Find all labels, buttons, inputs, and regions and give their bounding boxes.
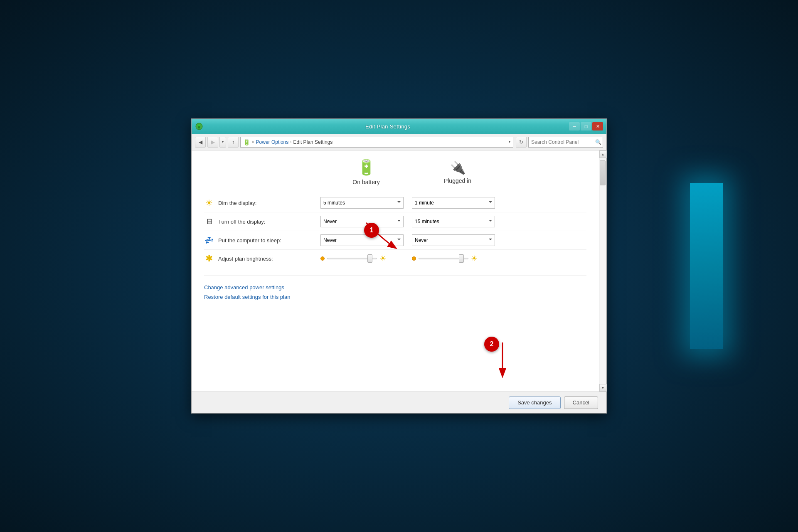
forward-button[interactable]: ▶ — [207, 137, 218, 148]
scroll-up-button[interactable]: ▲ — [599, 150, 607, 158]
annotation-2: 2 — [484, 337, 499, 352]
sleep-plugged-dropdown[interactable]: Never 15 minutes 30 minutes 1 hour — [412, 234, 495, 246]
brightness-battery-slider[interactable] — [327, 258, 377, 259]
battery-label: On battery — [352, 179, 379, 185]
sleep-label: 💤 Put the computer to sleep: — [204, 236, 320, 245]
battery-column-header: 🔋 On battery — [320, 159, 412, 185]
turnoff-plugged-dropdown[interactable]: 15 minutes Never 5 minutes 10 minutes — [412, 216, 495, 227]
sleep-text: Put the computer to sleep: — [218, 237, 281, 244]
links-section: Change advanced power settings Restore d… — [204, 276, 586, 312]
refresh-button[interactable]: ↻ — [516, 137, 527, 148]
content-area: 🔋 On battery 🔌 Plugged in ☀ Dim the disp… — [192, 150, 606, 392]
main-content: 🔋 On battery 🔌 Plugged in ☀ Dim the disp… — [192, 150, 599, 392]
brightness-battery-dot — [320, 256, 325, 261]
plugged-label: Plugged in — [444, 177, 471, 184]
breadcrumb-double-arrow: « — [252, 140, 254, 144]
scrollbar: ▲ ▼ — [599, 150, 606, 392]
breadcrumb-arrow: › — [290, 140, 291, 144]
turnoff-display-row: 🖥 Turn off the display: Never 1 minute 5… — [204, 212, 586, 231]
main-window: Edit Plan Settings ─ □ ✕ ◀ ▶ ▾ ↑ 🔋 « Pow… — [191, 118, 607, 414]
up-button[interactable]: ↑ — [228, 137, 239, 148]
restore-defaults-link[interactable]: Restore default settings for this plan — [204, 294, 586, 300]
dim-plugged-dropdown[interactable]: 1 minute 5 minutes Never — [412, 197, 495, 209]
sleep-plugged-dropdown-wrapper: Never 15 minutes 30 minutes 1 hour — [412, 234, 503, 246]
window-icon — [195, 122, 203, 131]
maximize-button[interactable]: □ — [581, 122, 591, 131]
breadcrumb-current: Edit Plan Settings — [293, 139, 333, 145]
brightness-battery-thumb[interactable] — [367, 254, 372, 263]
turnoff-display-text: Turn off the display: — [218, 219, 265, 225]
brightness-plugged-high-icon: ☀ — [471, 254, 478, 263]
brightness-battery-slider-container: ☀ — [320, 254, 412, 263]
cancel-button[interactable]: Cancel — [564, 397, 598, 409]
sleep-battery-dropdown[interactable]: Never 1 minute 15 minutes 30 minutes — [320, 234, 404, 246]
footer-bar: Save changes Cancel — [192, 392, 606, 413]
dim-display-row: ☀ Dim the display: 5 minutes 1 minute 2 … — [204, 194, 586, 212]
svg-rect-1 — [198, 126, 200, 128]
column-headers: 🔋 On battery 🔌 Plugged in — [204, 159, 586, 185]
scroll-track[interactable] — [599, 158, 606, 384]
turnoff-plugged-dropdown-wrapper: 15 minutes Never 5 minutes 10 minutes — [412, 216, 503, 227]
breadcrumb-poweropt[interactable]: Power Options — [256, 139, 289, 145]
brightness-battery-high-icon: ☀ — [379, 254, 386, 263]
plugged-icon: 🔌 — [450, 160, 466, 175]
scroll-thumb[interactable] — [600, 160, 606, 185]
window-controls: ─ □ ✕ — [569, 122, 603, 131]
monitor-icon: 🖥 — [204, 217, 214, 226]
scroll-down-button[interactable]: ▼ — [599, 384, 607, 392]
annotation-1: 1 — [364, 223, 379, 238]
address-bar: ◀ ▶ ▾ ↑ 🔋 « Power Options › Edit Plan Se… — [192, 134, 606, 150]
plugged-column-header: 🔌 Plugged in — [412, 160, 503, 184]
sleep-row: 💤 Put the computer to sleep: Never 1 min… — [204, 231, 586, 250]
battery-icon: 🔋 — [357, 159, 376, 176]
back-button[interactable]: ◀ — [195, 137, 206, 148]
brightness-row: ✱ Adjust plan brightness: ☀ — [204, 250, 586, 267]
window-title: Edit Plan Settings — [207, 123, 569, 130]
nav-dropdown[interactable]: ▾ — [219, 137, 226, 148]
breadcrumb: 🔋 « Power Options › Edit Plan Settings ▾ — [240, 137, 513, 148]
breadcrumb-dropdown[interactable]: ▾ — [509, 140, 510, 144]
search-box: 🔍 — [528, 137, 603, 148]
settings-section: ☀ Dim the display: 5 minutes 1 minute 2 … — [204, 194, 586, 267]
brightness-plugged-slider-container: ☀ — [412, 254, 503, 263]
save-changes-button[interactable]: Save changes — [509, 397, 560, 409]
advanced-settings-link[interactable]: Change advanced power settings — [204, 284, 586, 291]
close-button[interactable]: ✕ — [592, 122, 603, 131]
brightness-label: ✱ Adjust plan brightness: — [204, 253, 320, 264]
search-input[interactable] — [531, 139, 594, 145]
dim-plugged-dropdown-wrapper: 1 minute 5 minutes Never — [412, 197, 503, 209]
brightness-plugged-dot — [412, 256, 416, 261]
title-bar: Edit Plan Settings ─ □ ✕ — [192, 119, 606, 134]
dim-battery-dropdown[interactable]: 5 minutes 1 minute 2 minutes 10 minutes … — [320, 197, 404, 209]
brightness-plugged-thumb[interactable] — [459, 254, 464, 263]
sleep-icon: 💤 — [204, 236, 214, 245]
brightness-plugged-slider[interactable] — [419, 258, 468, 259]
dim-battery-dropdown-wrapper: 5 minutes 1 minute 2 minutes 10 minutes … — [320, 197, 412, 209]
dim-display-label: ☀ Dim the display: — [204, 198, 320, 208]
dim-display-text: Dim the display: — [218, 200, 256, 206]
turnoff-display-label: 🖥 Turn off the display: — [204, 217, 320, 226]
turnoff-battery-dropdown[interactable]: Never 1 minute 5 minutes 15 minutes — [320, 216, 404, 227]
brightness-icon: ✱ — [204, 253, 214, 264]
dim-icon: ☀ — [204, 198, 214, 208]
sleep-battery-dropdown-wrapper: Never 1 minute 15 minutes 30 minutes — [320, 234, 412, 246]
breadcrumb-icon: 🔋 — [243, 139, 250, 145]
brightness-text: Adjust plan brightness: — [218, 256, 273, 262]
search-icon[interactable]: 🔍 — [595, 139, 601, 145]
minimize-button[interactable]: ─ — [569, 122, 580, 131]
